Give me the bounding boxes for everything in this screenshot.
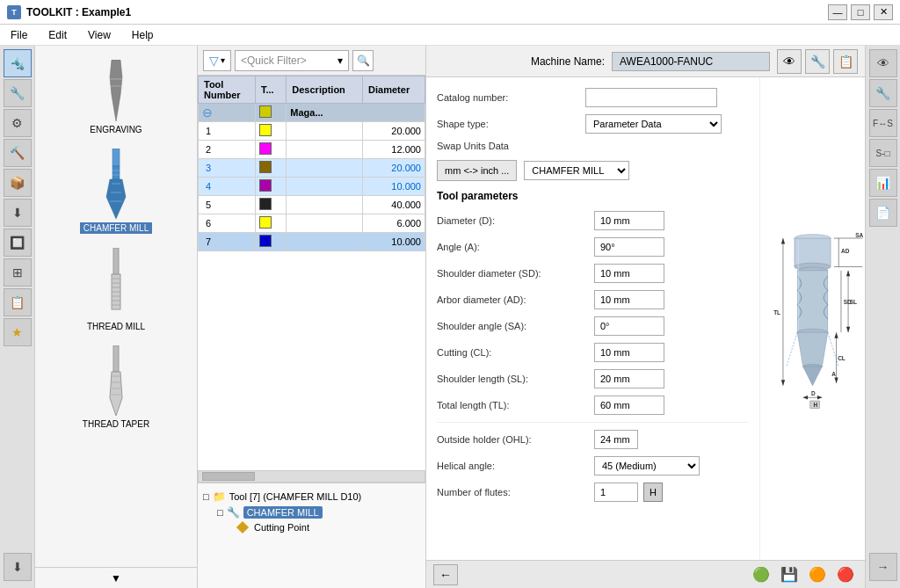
swap-select[interactable]: CHAMFER MILL bbox=[524, 161, 629, 180]
tool-item-thread[interactable]: THREAD MILL bbox=[39, 241, 193, 338]
sidebar-item-1[interactable]: 🔧 bbox=[4, 79, 32, 107]
param-label: Shoulder length (SL): bbox=[437, 374, 591, 384]
svg-text:H: H bbox=[814, 401, 818, 407]
right-sidebar-icon-4[interactable]: S-□ bbox=[869, 139, 897, 167]
param-select[interactable]: 45 (Medium) bbox=[594, 456, 700, 475]
param-input2[interactable] bbox=[594, 430, 638, 449]
sidebar-download[interactable]: ⬇ bbox=[4, 199, 32, 227]
sidebar-item-3[interactable]: 🔨 bbox=[4, 139, 32, 167]
menu-view[interactable]: View bbox=[84, 27, 114, 43]
filter-dropdown[interactable]: <Quick Filter> ▾ bbox=[235, 50, 349, 71]
nav-left-button[interactable]: ← bbox=[433, 564, 458, 585]
tree-expand-root[interactable]: □ bbox=[203, 491, 209, 502]
svg-marker-57 bbox=[803, 396, 808, 399]
table-row[interactable]: 7 10.000 bbox=[199, 233, 425, 251]
menu-help[interactable]: Help bbox=[128, 27, 157, 43]
right-sidebar-icon-3[interactable]: F↔S bbox=[869, 109, 897, 137]
sidebar-tools[interactable]: 🔩 bbox=[4, 49, 32, 77]
sidebar-item-6[interactable]: ⊞ bbox=[4, 258, 32, 287]
tool-list-scroll-down[interactable]: ▼ bbox=[111, 572, 121, 584]
save-button[interactable]: 💾 bbox=[777, 564, 802, 585]
svg-marker-52 bbox=[834, 332, 838, 338]
menu-edit[interactable]: Edit bbox=[45, 27, 70, 43]
param-label: Shoulder angle (SA): bbox=[437, 321, 591, 331]
eye-icon-btn[interactable]: 👁 bbox=[777, 49, 802, 74]
tree-panel: □ 📁 Tool [7] (CHAMFER MILL D10) □ 🔧 CHAM… bbox=[198, 483, 425, 588]
sidebar-arrow-down[interactable]: ⬇ bbox=[4, 553, 32, 581]
tool-item-thread-taper[interactable]: THREAD TAPER bbox=[39, 338, 193, 436]
param-label: Angle (A): bbox=[437, 242, 591, 252]
table-row[interactable]: 6 6.000 bbox=[199, 214, 425, 233]
param-input[interactable] bbox=[594, 369, 664, 388]
param-field-row: Diameter (D): bbox=[437, 211, 749, 230]
table-row[interactable]: 2 12.000 bbox=[199, 141, 425, 159]
status-green-btn[interactable]: 🟢 bbox=[749, 564, 773, 585]
tool-params-title: Tool parameters bbox=[437, 190, 749, 202]
table-row[interactable]: 1 20.000 bbox=[199, 122, 425, 141]
tree-tool-icon: 🔧 bbox=[227, 506, 240, 519]
right-sidebar-icon-6[interactable]: 📄 bbox=[869, 199, 897, 227]
tree-expand-sub[interactable]: □ bbox=[217, 507, 223, 518]
right-arrow-out[interactable]: → bbox=[869, 553, 897, 581]
minimize-button[interactable]: — bbox=[828, 4, 847, 20]
table-row[interactable]: ⊖ Maga... bbox=[199, 104, 425, 122]
tool-list-panel: ENGRAVING CHAMFER MILL bbox=[35, 46, 198, 588]
machine-name-input[interactable] bbox=[612, 52, 770, 71]
title-bar: T TOOLKIT : Example1 — □ ✕ bbox=[0, 0, 900, 25]
param-field2-row: Number of flutes: H bbox=[437, 483, 749, 502]
tool-icon-btn[interactable]: 🔧 bbox=[805, 49, 830, 74]
param-label2: Helical angle: bbox=[437, 461, 591, 471]
window-controls[interactable]: — □ ✕ bbox=[828, 4, 893, 20]
svg-text:D: D bbox=[811, 389, 816, 396]
param-field2-row: Outside holder (OHL): bbox=[437, 430, 749, 449]
param-input[interactable] bbox=[594, 396, 664, 415]
param-input[interactable] bbox=[594, 290, 664, 309]
tool-item-engraving[interactable]: ENGRAVING bbox=[39, 53, 193, 142]
right-sidebar-icon-1[interactable]: 👁 bbox=[869, 49, 897, 77]
filter-button[interactable]: ▽ ▾ bbox=[203, 50, 231, 71]
sidebar-item-5[interactable]: 🔲 bbox=[4, 229, 32, 257]
menu-bar: File Edit View Help bbox=[0, 25, 900, 46]
tool-item-chamfer[interactable]: CHAMFER MILL bbox=[39, 142, 193, 241]
param-input[interactable] bbox=[594, 237, 664, 257]
sidebar-item-4[interactable]: 📦 bbox=[4, 169, 32, 197]
shape-select[interactable]: Parameter Data bbox=[585, 114, 722, 134]
close-button[interactable]: ✕ bbox=[874, 4, 893, 20]
catalog-input[interactable] bbox=[585, 88, 717, 107]
col-description: Description bbox=[287, 76, 363, 104]
param-field-row: Shoulder length (SL): bbox=[437, 369, 749, 388]
table-row[interactable]: 3 20.000 bbox=[199, 159, 425, 178]
table-row[interactable]: 4 10.000 bbox=[199, 178, 425, 196]
param-input[interactable] bbox=[594, 316, 664, 336]
param-field-row: Shoulder diameter (SD): bbox=[437, 264, 749, 283]
sidebar-item-2[interactable]: ⚙ bbox=[4, 109, 32, 137]
sidebar-item-7[interactable]: 📋 bbox=[4, 288, 32, 316]
catalog-row: Catalog number: bbox=[437, 88, 749, 107]
swap-button[interactable]: mm <-> inch ... bbox=[437, 160, 517, 181]
param-field-row: Total length (TL): bbox=[437, 396, 749, 415]
status-red-btn[interactable]: 🔴 bbox=[833, 564, 858, 585]
filter-icon: ▽ bbox=[209, 54, 219, 68]
svg-marker-0 bbox=[110, 60, 122, 121]
tree-root-item[interactable]: □ 📁 Tool [7] (CHAMFER MILL D10) bbox=[203, 489, 420, 505]
param-input[interactable] bbox=[594, 343, 664, 362]
param-input[interactable] bbox=[594, 211, 664, 230]
tree-sub-item[interactable]: □ 🔧 CHAMFER MILL bbox=[217, 505, 420, 520]
maximize-button[interactable]: □ bbox=[851, 4, 870, 20]
svg-text:SA: SA bbox=[855, 231, 863, 237]
content-area: Catalog number: Shape type: Parameter Da… bbox=[426, 77, 865, 560]
diamond-icon bbox=[236, 521, 249, 534]
table-row[interactable]: 5 40.000 bbox=[199, 196, 425, 214]
table-scroll-x[interactable] bbox=[198, 470, 425, 483]
right-sidebar-icon-5[interactable]: 📊 bbox=[869, 169, 897, 197]
search-button[interactable]: 🔍 bbox=[352, 50, 374, 71]
flutes-indicator[interactable]: H bbox=[643, 483, 663, 502]
status-orange-btn[interactable]: 🟠 bbox=[805, 564, 830, 585]
list-icon-btn[interactable]: 📋 bbox=[833, 49, 858, 74]
param-input[interactable] bbox=[594, 264, 664, 283]
right-sidebar-icon-2[interactable]: 🔧 bbox=[869, 79, 897, 107]
tool-thread-label: THREAD MILL bbox=[87, 322, 145, 331]
menu-file[interactable]: File bbox=[7, 27, 31, 43]
sidebar-star[interactable]: ★ bbox=[4, 318, 32, 346]
param-input2[interactable] bbox=[594, 483, 638, 502]
